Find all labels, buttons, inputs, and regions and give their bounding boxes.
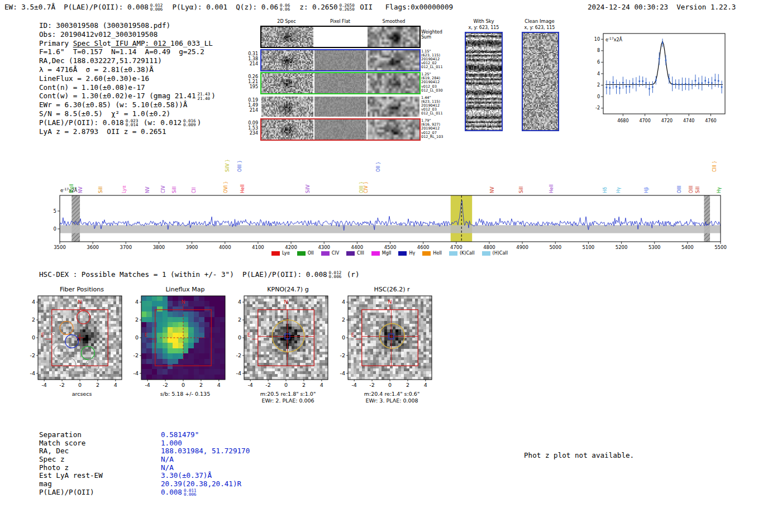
emission-line-label: Hβ — [644, 187, 649, 193]
legend-swatch — [449, 251, 457, 256]
emission-line-label: HeII — [240, 184, 245, 193]
x-tick-label: 3800 — [153, 245, 165, 250]
y-tick-label: 0 — [238, 334, 241, 341]
emission-line-label: Lyα — [122, 185, 127, 193]
y-tick-label: 2 — [135, 317, 139, 323]
uncertainty-stack: 0.0120.006 — [329, 271, 342, 279]
x-tick-label: -4 — [247, 382, 252, 388]
x-tick-label: -2 — [59, 382, 64, 388]
match-row-label: P(LAE)/P(OII) — [39, 488, 161, 496]
y-tick-label: 0 — [342, 334, 345, 341]
match-row-value: 0.581479" — [161, 430, 199, 439]
uncertainty-stack: 0.26500.2650 — [340, 3, 355, 12]
x-tick-label: 3500 — [54, 245, 66, 250]
x-tick-label: 4680 — [617, 118, 628, 123]
x-tick-label: 4900 — [516, 245, 528, 250]
x-tick-label: 0 — [388, 382, 392, 388]
x-tick-label: -4 — [145, 382, 150, 388]
2d-spec-cell-smooth — [368, 119, 419, 140]
lineflux-map-plot: -4-4-2-2002244NE — [126, 295, 229, 389]
2d-spec-row — [260, 26, 421, 48]
x-tick-label: 5100 — [583, 245, 595, 250]
x-tick-label: 4300 — [318, 245, 330, 250]
info-line: ID: 3003019508 (3003019508.pdf) — [39, 21, 216, 30]
compass-east-label: E — [145, 332, 148, 338]
emission-line-label: SiII — [172, 186, 177, 193]
x-tick-label: 4760 — [705, 118, 716, 123]
x-tick-label: 5200 — [616, 245, 628, 250]
match-row: Photo zN/A — [39, 463, 250, 472]
with-sky-title: With Sky — [458, 18, 509, 24]
cutout-caption2: EWr: 2. PLAE: 0.006 — [228, 397, 332, 404]
y-tick-label: 4 — [342, 299, 345, 305]
2d-spec-cell-smooth — [368, 97, 419, 117]
2d-spec-cell-flat — [314, 119, 366, 140]
2d-spec-row — [260, 72, 421, 94]
emission-line-label: Hδ — [603, 187, 608, 193]
2d-spec-cell-spec — [261, 97, 313, 117]
x-tick-label: 4720 — [661, 118, 673, 123]
match-row-label: Spec z — [39, 455, 161, 463]
hsc-r-plot: -4-4-2-2002244NE — [332, 295, 436, 389]
compass-north-label: N — [388, 299, 392, 305]
x-tick-label: 4100 — [252, 245, 264, 250]
info-line: Obs: 20190412v012_3003019508 — [39, 30, 216, 39]
compass-east-label: E — [351, 332, 355, 338]
row-left-stats: 0.311.38214 — [235, 51, 258, 66]
info-line: LyA z = 2.8793 OII z = 0.2651 — [39, 127, 216, 136]
emission-line-label: SiIV — [306, 184, 311, 193]
match-row-value: 3.30(±0.37)Å — [161, 471, 212, 480]
col-header-pixelflat: Pixel Flat — [314, 19, 366, 24]
uncertainty-stack: 0.0230.014 — [126, 119, 139, 127]
x-tick-label: -4 — [41, 382, 46, 388]
row-annotation: 1.25"(619, 284)20190412v012_03012_LL_030 — [421, 73, 443, 93]
x-tick-label: 4800 — [483, 245, 495, 250]
x-tick-label: 4000 — [219, 245, 231, 250]
info-line: F=1.6" T=0.157 N=1.14 A=0.49 g=25.2 — [39, 47, 216, 56]
x-tick-label: 4400 — [351, 245, 364, 250]
match-row-value: N/A — [161, 463, 174, 472]
photz-note: Phot z plot not available. — [524, 451, 634, 460]
clean-image-panel — [522, 32, 559, 131]
legend-swatch — [482, 251, 490, 256]
match-row: P(LAE)/P(OII)0.0080.0110.006 — [39, 488, 250, 496]
x-tick-label: 3900 — [186, 245, 198, 250]
2d-spec-row — [260, 95, 421, 118]
cutout-caption: s/b: 5.18 +/- 0.135 — [126, 391, 229, 397]
x-tick-label: 4700 — [639, 118, 650, 123]
x-tick-label: 5500 — [714, 245, 727, 250]
y-tick-label: -4 — [133, 370, 139, 376]
clean-image-title: Clean Image — [514, 18, 565, 24]
cutout-caption2: EWr: 3. PLAE: 0.008 — [332, 397, 436, 404]
uncertainty-stack: 0.0120.006 — [150, 3, 163, 12]
emission-line-label: Hγ — [717, 187, 722, 193]
col-header-smoothed: Smoothed — [368, 19, 420, 24]
match-row-value: 0.008 — [161, 488, 182, 496]
legend-swatch — [297, 251, 306, 256]
2d-spec-row — [260, 49, 421, 71]
cutout-caption: arcsecs — [22, 391, 126, 397]
info-line: λ = 4716Å σ = 2.81(±0.38)Å — [39, 65, 216, 74]
emission-line-label: Hγ — [616, 187, 621, 193]
legend-item: (K)CaII — [449, 251, 475, 256]
emission-line-label: CIV } — [364, 181, 369, 193]
compass-east-label: E — [247, 332, 251, 338]
compass-north-label: N — [181, 299, 185, 305]
x-tick-label: 2 — [199, 382, 203, 388]
masked-band — [704, 195, 710, 242]
emission-line-label: HeII — [549, 184, 554, 193]
cutout-caption: m:20.5 re:1.8" s:1.0" — [228, 391, 332, 397]
with-sky-panel — [465, 32, 503, 131]
match-row-value: 1.000 — [161, 439, 182, 447]
header-summary: EW: 3.5±0.7Å P(LAE)/P(OII): 0.0080.0120.… — [4, 3, 453, 12]
emission-line-label: OVI } — [223, 181, 228, 193]
legend-swatch — [346, 251, 355, 256]
match-row-value: 188.031984, 51.729170 — [161, 447, 250, 455]
emission-line-label: NV — [78, 186, 83, 193]
emission-line-label: SiII — [519, 186, 524, 193]
x-tick-label: -2 — [369, 382, 374, 388]
legend-swatch — [321, 251, 330, 256]
x-tick-label: 3600 — [87, 245, 99, 250]
x-tick-label: 0 — [78, 382, 82, 388]
emission-line-label: CIII } — [712, 161, 717, 172]
